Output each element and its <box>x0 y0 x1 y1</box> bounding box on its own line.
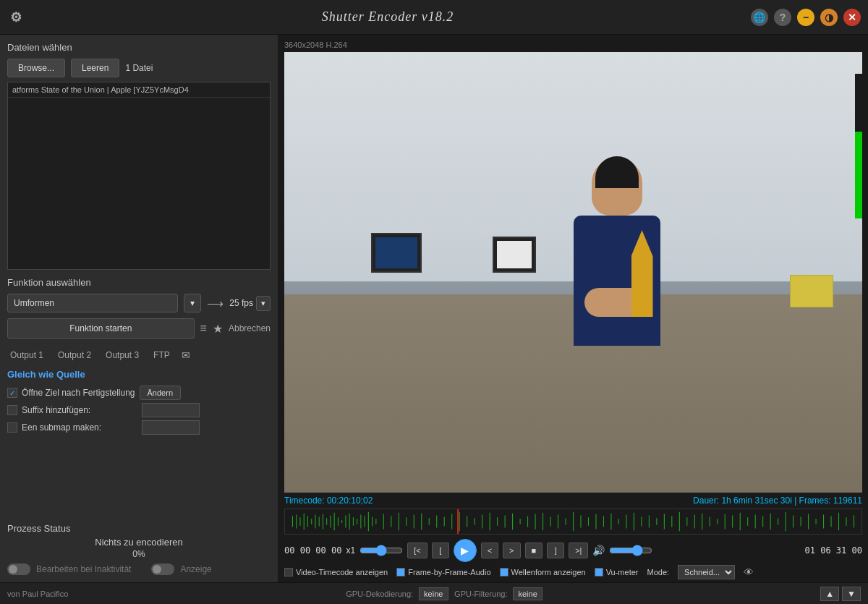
speed-label: x1 <box>346 545 355 556</box>
mark-out-button[interactable]: ] <box>547 543 564 558</box>
nav-up-button[interactable]: ▲ <box>820 587 839 601</box>
help-button[interactable]: ? <box>774 9 791 26</box>
arrow-icon: ⟶ <box>207 297 224 310</box>
function-row: Umformen ▾ ⟶ 25 fps ▾ <box>7 294 271 312</box>
start-function-button[interactable]: Funktion starten <box>7 318 195 339</box>
titlebar-left: ⚙ <box>7 9 25 26</box>
minimize-button[interactable]: − <box>797 9 814 26</box>
submap-input[interactable] <box>142 420 200 435</box>
function-section-title: Funktion auswählen <box>7 277 271 288</box>
email-icon[interactable]: ✉ <box>182 349 190 361</box>
activity-row: Bearbeiten bei Inaktivität Anzeige <box>7 563 271 575</box>
in-point-button[interactable]: [< <box>407 543 427 558</box>
video-timecode-option: Video-Timecode anzeigen <box>284 568 388 577</box>
options-row: Video-Timecode anzeigen Frame-by-Frame-A… <box>284 565 862 579</box>
process-section-title: Prozess Status <box>7 523 271 534</box>
frame-audio-checkbox[interactable] <box>396 568 405 577</box>
volume-icon: 🔊 <box>592 545 605 556</box>
nav-buttons: ▲ ▼ <box>820 587 861 601</box>
function-section: Funktion auswählen Umformen ▾ ⟶ 25 fps ▾… <box>7 277 271 339</box>
function-dropdown-arrow[interactable]: ▾ <box>184 294 201 312</box>
function-select[interactable]: Umformen <box>7 294 178 312</box>
clear-button[interactable]: Leeren <box>71 59 119 77</box>
file-buttons: Browse... Leeren 1 Datei <box>7 59 271 77</box>
submap-checkbox[interactable] <box>7 422 17 433</box>
open-after-checkbox[interactable] <box>7 388 17 398</box>
duration-display: Dauer: 1h 6min 31sec 30i | Frames: 11961… <box>693 495 862 506</box>
person-arms <box>584 288 650 317</box>
prev-frame-button[interactable]: < <box>481 543 498 558</box>
close-button[interactable]: ✕ <box>843 9 861 26</box>
controls-row: 00 00 00 00 x1 [< [ ▶ < > ■ ] >| 🔊 01 06… <box>284 539 862 562</box>
output-tab-ftp[interactable]: FTP <box>150 349 173 362</box>
mode-dropdown[interactable]: Schneid... <box>678 565 735 579</box>
file-count: 1 Datei <box>125 63 153 73</box>
output-path[interactable]: Gleich wie Quelle <box>7 369 271 380</box>
process-status: Nichts zu encodieren <box>7 537 271 548</box>
fps-dropdown[interactable]: ▾ <box>256 296 271 311</box>
output-tabs: Output 1 Output 2 Output 3 FTP ✉ <box>7 346 271 365</box>
star-icon[interactable]: ★ <box>213 322 223 336</box>
nav-down-button[interactable]: ▼ <box>842 587 861 601</box>
waveform-bar[interactable] <box>284 509 862 535</box>
browse-button[interactable]: Browse... <box>7 59 65 77</box>
waveform-label: Wellenform anzeigen <box>511 568 586 577</box>
fps-section: 25 fps ▾ <box>229 296 271 311</box>
gpu-filter-dropdown[interactable]: keine <box>513 587 542 600</box>
left-panel: Dateien wählen Browse... Leeren 1 Datei … <box>0 35 278 582</box>
menu-icon[interactable]: ≡ <box>200 322 207 335</box>
out-point-button[interactable]: >| <box>569 543 588 558</box>
open-after-label: Öffne Ziel nach Fertigstellung <box>22 388 135 398</box>
file-section: Dateien wählen Browse... Leeren 1 Datei … <box>7 42 271 270</box>
next-frame-button[interactable]: > <box>503 543 520 558</box>
video-container[interactable] <box>284 52 862 493</box>
suffix-input[interactable] <box>142 403 200 417</box>
suffix-checkbox[interactable] <box>7 405 17 415</box>
globe-button[interactable]: 🌐 <box>751 9 768 26</box>
cancel-button[interactable]: Abbrechen <box>229 323 271 333</box>
display-toggle[interactable] <box>151 563 174 575</box>
author-label: von Paul Pacifico <box>7 590 68 598</box>
process-percent: 0% <box>7 549 271 559</box>
speed-slider[interactable] <box>359 545 403 556</box>
change-button[interactable]: Ändern <box>140 386 181 400</box>
output-tab-3[interactable]: Output 3 <box>103 349 142 362</box>
restore-button[interactable]: ◑ <box>820 9 838 26</box>
vu-meter-checkbox[interactable] <box>595 568 603 577</box>
stop-button[interactable]: ■ <box>525 543 543 558</box>
output-tab-1[interactable]: Output 1 <box>7 349 46 362</box>
video-timecode-label: Video-Timecode anzeigen <box>296 568 388 577</box>
options-section: Öffne Ziel nach Fertigstellung Ändern Su… <box>7 386 271 438</box>
waveform-checkbox[interactable] <box>500 568 509 577</box>
open-after-row: Öffne Ziel nach Fertigstellung Ändern <box>7 386 271 400</box>
eye-icon[interactable]: 👁 <box>744 566 754 578</box>
video-preview <box>284 52 862 493</box>
timecode-row: Timecode: 00:20:10;02 Dauer: 1h 6min 31s… <box>284 493 862 509</box>
process-section: Prozess Status Nichts zu encodieren 0% B… <box>7 523 271 575</box>
output-tab-2[interactable]: Output 2 <box>55 349 94 362</box>
action-row: Funktion starten ≡ ★ Abbrechen <box>7 318 271 339</box>
titlebar: ⚙ Shutter Encoder v18.2 🌐 ? − ◑ ✕ <box>0 0 868 35</box>
display-label: Anzeige <box>180 564 211 574</box>
volume-slider[interactable] <box>609 545 652 556</box>
gpu-decode-dropdown[interactable]: keine <box>419 587 448 600</box>
frame-audio-label: Frame-by-Frame-Audio <box>408 568 490 577</box>
vu-bar <box>855 74 862 218</box>
person <box>545 158 689 360</box>
mode-label: Mode: <box>647 568 669 577</box>
waveform-svg <box>285 509 861 534</box>
play-button[interactable]: ▶ <box>454 539 477 562</box>
timecode-display: Timecode: 00:20:10;02 <box>284 495 373 506</box>
activity-toggle[interactable] <box>7 563 30 575</box>
monitor-left <box>371 233 422 273</box>
paper-yellow <box>790 275 833 307</box>
video-timecode-checkbox[interactable] <box>284 568 293 577</box>
vu-fill <box>855 132 862 218</box>
frame-audio-option: Frame-by-Frame-Audio <box>396 568 490 577</box>
settings-icon[interactable]: ⚙ <box>7 9 25 26</box>
person-head <box>592 158 642 216</box>
gpu-filter-label: GPU-Filterung: <box>454 590 507 598</box>
file-item[interactable]: atforms State of the Union | Apple [YJZ5… <box>8 82 270 98</box>
mark-in-button[interactable]: [ <box>432 543 449 558</box>
file-list[interactable]: atforms State of the Union | Apple [YJZ5… <box>7 82 271 270</box>
